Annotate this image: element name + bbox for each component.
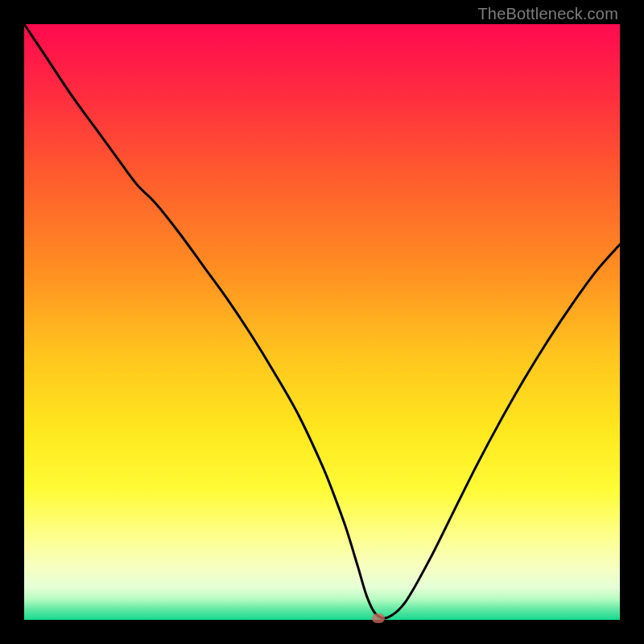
minimum-marker <box>372 613 385 623</box>
plot-area <box>24 24 620 620</box>
curve-layer <box>24 24 620 620</box>
watermark-text: TheBottleneck.com <box>477 5 618 23</box>
chart-container: TheBottleneck.com <box>0 0 644 644</box>
bottleneck-curve <box>24 24 620 618</box>
